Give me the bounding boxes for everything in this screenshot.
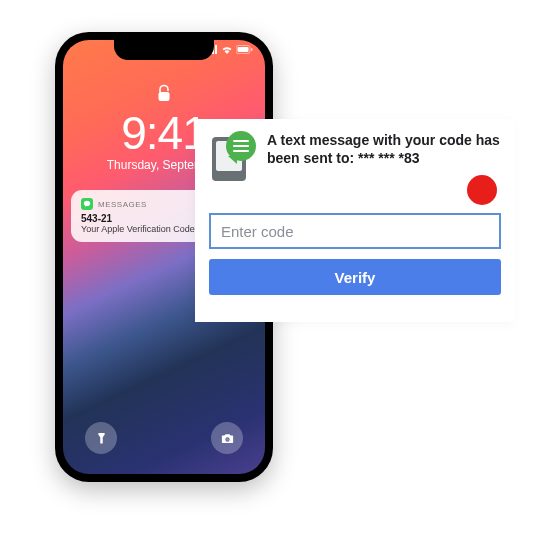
red-indicator-dot [467, 175, 497, 205]
camera-button[interactable] [211, 422, 243, 454]
verify-button[interactable]: Verify [209, 259, 501, 295]
svg-point-8 [226, 438, 229, 441]
sms-phone-icon [209, 131, 257, 181]
lock-icon [63, 84, 265, 108]
messages-app-icon [81, 198, 93, 210]
flashlight-button[interactable] [85, 422, 117, 454]
flashlight-icon [94, 431, 109, 446]
camera-icon [220, 431, 235, 446]
svg-rect-3 [215, 45, 217, 54]
wifi-icon [221, 45, 233, 54]
battery-icon [236, 45, 253, 54]
verify-message: A text message with your code has been s… [267, 131, 501, 167]
code-input[interactable] [209, 213, 501, 249]
svg-rect-7 [159, 92, 170, 101]
phone-notch [114, 40, 214, 60]
svg-rect-5 [238, 47, 249, 52]
notification-app-name: MESSAGES [98, 200, 147, 209]
verify-panel: A text message with your code has been s… [195, 119, 515, 322]
svg-rect-6 [251, 48, 253, 51]
